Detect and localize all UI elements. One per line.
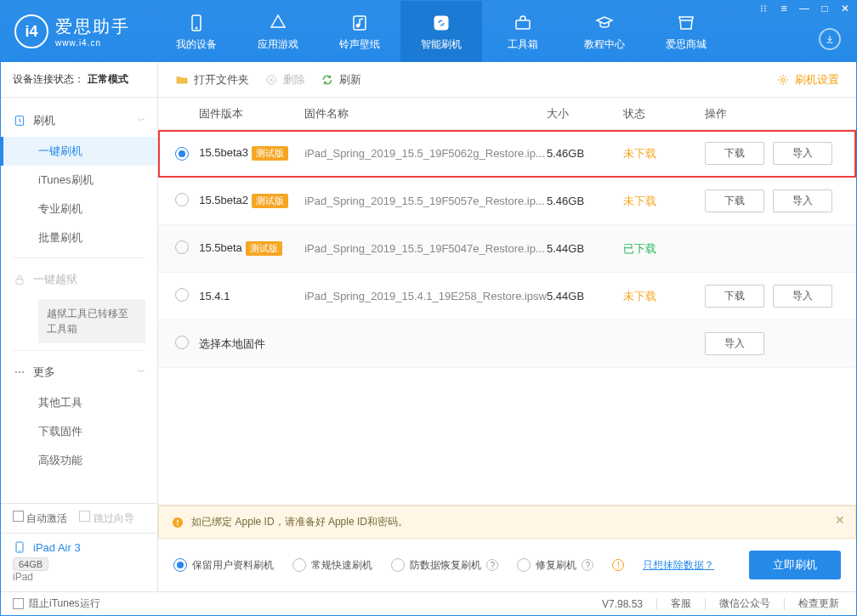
- nav-label: 工具箱: [508, 37, 538, 52]
- download-indicator[interactable]: [819, 28, 841, 50]
- radio-icon[interactable]: [175, 147, 189, 161]
- nav-label: 铃声壁纸: [339, 37, 380, 52]
- nav-ringtones[interactable]: 铃声壁纸: [319, 1, 400, 62]
- nav-mydevice[interactable]: 我的设备: [156, 1, 237, 62]
- sidebar-item-batch[interactable]: 批量刷机: [1, 223, 157, 252]
- nav-toolbox[interactable]: 工具箱: [482, 1, 564, 62]
- erase-link[interactable]: 只想抹除数据？: [643, 558, 714, 573]
- toolbar: 打开文件夹 删除 刷新 刷机设置: [158, 62, 856, 98]
- col-version: 固件版本: [199, 106, 304, 122]
- firmware-name: iPad_Spring_2019_15.5_19F5057e_Restore.i…: [304, 195, 545, 207]
- lower-panel: 如已绑定 Apple ID，请准备好 Apple ID和密码。 ✕ 保留用户资料…: [158, 505, 856, 591]
- status-text: 已下载: [623, 241, 705, 257]
- download-button[interactable]: 下载: [705, 189, 764, 212]
- wechat-link[interactable]: 微信公众号: [719, 596, 770, 611]
- svg-point-10: [22, 371, 24, 373]
- download-button[interactable]: 下载: [705, 142, 764, 165]
- flash-now-button[interactable]: 立即刷机: [749, 551, 841, 579]
- table-row[interactable]: 15.5beta测试版iPad_Spring_2019_15.5_19F5047…: [158, 225, 856, 273]
- svg-point-12: [19, 550, 20, 551]
- sidebar-item-pro[interactable]: 专业刷机: [1, 195, 157, 223]
- col-status: 状态: [623, 106, 705, 122]
- flash-settings-button[interactable]: 刷机设置: [776, 72, 839, 88]
- svg-point-8: [15, 371, 17, 373]
- sidebar-item-othertools[interactable]: 其他工具: [1, 388, 157, 417]
- version-text: 15.5beta2: [199, 194, 248, 206]
- help-icon[interactable]: ?: [486, 559, 498, 571]
- nav-flash[interactable]: 智能刷机: [400, 1, 482, 62]
- radio-icon[interactable]: [175, 240, 189, 254]
- opt-normal[interactable]: 常规快速刷机: [292, 558, 372, 573]
- opt-repair[interactable]: 修复刷机?: [517, 558, 593, 573]
- notice-bar: 如已绑定 Apple ID，请准备好 Apple ID和密码。 ✕: [158, 506, 856, 539]
- notice-text: 如已绑定 Apple ID，请准备好 Apple ID和密码。: [191, 515, 408, 529]
- open-folder-button[interactable]: 打开文件夹: [175, 72, 249, 88]
- sidebar-cat-jailbreak: 一键越狱: [1, 263, 157, 296]
- opt-keepdata[interactable]: 保留用户资料刷机: [173, 558, 274, 573]
- firmware-name: iPad_Spring_2019_15.4.1_19E258_Restore.i…: [304, 290, 547, 302]
- help-icon[interactable]: ?: [582, 559, 593, 571]
- footer: 阻止iTunes运行 V7.98.53 客服 微信公众号 检查更新: [1, 591, 856, 615]
- nav-label: 爱思商城: [666, 37, 707, 52]
- brand-cn: 爱思助手: [55, 15, 130, 38]
- sidebar-item-oneclick[interactable]: 一键刷机: [1, 137, 157, 166]
- nav-apps[interactable]: 应用游戏: [237, 1, 319, 62]
- firmware-name: iPad_Spring_2019_15.5_19F5062g_Restore.i…: [304, 147, 545, 160]
- nav-tutorials[interactable]: 教程中心: [564, 1, 645, 62]
- music-icon: [349, 12, 371, 34]
- version-label: V7.98.53: [602, 598, 643, 610]
- jailbreak-note: 越狱工具已转移至工具箱: [38, 299, 145, 343]
- support-link[interactable]: 客服: [671, 596, 691, 611]
- sidebar-cat-more[interactable]: 更多 ﹀: [1, 356, 157, 388]
- table-row[interactable]: 15.4.1iPad_Spring_2019_15.4.1_19E258_Res…: [158, 273, 856, 320]
- titlebar: i4 爱思助手 www.i4.cn 我的设备 应用游戏 铃声壁纸 智能刷机 工具…: [1, 1, 856, 62]
- size-text: 5.46GB: [547, 147, 623, 160]
- sidebar-auto-row: 自动激活 跳过向导: [1, 503, 157, 533]
- radio-icon[interactable]: [175, 193, 189, 206]
- status-value: 正常模式: [88, 72, 128, 87]
- delete-icon: [264, 73, 278, 87]
- nav-store[interactable]: 爱思商城: [645, 1, 727, 62]
- nav-label: 教程中心: [584, 37, 625, 52]
- table-row[interactable]: 15.5beta2测试版iPad_Spring_2019_15.5_19F505…: [158, 178, 856, 225]
- auto-activate-checkbox[interactable]: 自动激活: [13, 511, 67, 526]
- close-notice-icon[interactable]: ✕: [835, 513, 845, 527]
- radio-icon[interactable]: [175, 336, 189, 349]
- minimize-icon[interactable]: —: [798, 3, 810, 14]
- logo-icon: i4: [14, 14, 48, 48]
- sidebar-cat-flash[interactable]: 刷机 ﹀: [1, 105, 157, 137]
- table-header: 固件版本 固件名称 大小 状态 操作: [158, 98, 856, 130]
- list-icon[interactable]: ≡: [778, 3, 790, 14]
- opt-antiloss[interactable]: 防数据恢复刷机?: [391, 558, 498, 573]
- refresh-icon: [430, 12, 452, 34]
- skip-guide-checkbox[interactable]: 跳过向导: [79, 511, 133, 526]
- svg-point-9: [19, 371, 20, 373]
- size-text: 5.46GB: [547, 195, 623, 207]
- import-button[interactable]: 导入: [773, 189, 832, 212]
- sidebar-item-advanced[interactable]: 高级功能: [1, 446, 157, 475]
- sidebar-item-itunes[interactable]: iTunes刷机: [1, 166, 157, 195]
- radio-icon[interactable]: [175, 288, 189, 302]
- menu-icon[interactable]: ⁝⁝: [758, 3, 769, 14]
- cat-label: 一键越狱: [33, 272, 77, 287]
- svg-point-16: [177, 523, 179, 525]
- table-row[interactable]: 15.5beta3测试版iPad_Spring_2019_15.5_19F506…: [158, 130, 856, 178]
- import-button[interactable]: 导入: [773, 285, 832, 308]
- import-button[interactable]: 导入: [705, 332, 764, 355]
- sidebar-item-download[interactable]: 下载固件: [1, 417, 157, 446]
- table-row[interactable]: 选择本地固件导入: [158, 320, 856, 368]
- refresh-button[interactable]: 刷新: [321, 72, 361, 88]
- separator: [13, 257, 145, 258]
- close-icon[interactable]: ✕: [839, 3, 851, 14]
- download-button[interactable]: 下载: [705, 285, 764, 308]
- device-type: iPad: [13, 571, 145, 583]
- separator: [13, 350, 145, 351]
- update-link[interactable]: 检查更新: [798, 596, 839, 611]
- sidebar-device[interactable]: iPad Air 3 64GB iPad: [1, 533, 157, 591]
- warning-icon: [171, 516, 184, 529]
- toolbox-icon: [512, 12, 534, 34]
- block-itunes-checkbox[interactable]: 阻止iTunes运行: [13, 596, 100, 611]
- import-button[interactable]: 导入: [773, 142, 832, 165]
- beta-badge: 测试版: [252, 146, 288, 161]
- maximize-icon[interactable]: □: [819, 3, 831, 14]
